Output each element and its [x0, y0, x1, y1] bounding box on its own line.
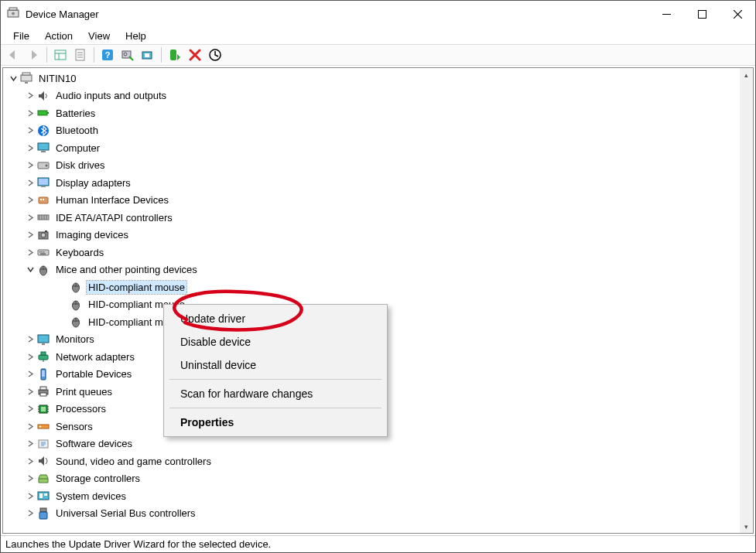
mouse-icon: [36, 264, 51, 276]
tree-device[interactable]: HID-compliant mouse: [3, 278, 740, 296]
maximize-button[interactable]: [684, 1, 720, 27]
context-disable-device[interactable]: Disable device: [166, 330, 385, 353]
uninstall-device-button[interactable]: [186, 46, 204, 64]
expand-icon[interactable]: [25, 405, 36, 412]
software-icon: [36, 438, 51, 450]
menu-help[interactable]: Help: [118, 29, 154, 43]
expand-icon[interactable]: [25, 388, 36, 395]
tree-category[interactable]: Disk drives: [3, 157, 740, 175]
window-controls: [648, 1, 755, 27]
tree-item-label: Portable Devices: [54, 367, 133, 381]
tree-item-label: Computer: [54, 142, 101, 155]
tree-category[interactable]: IDE ATA/ATAPI controllers: [3, 209, 740, 227]
expand-icon[interactable]: [25, 493, 36, 500]
context-properties[interactable]: Properties: [166, 411, 385, 434]
minimize-button[interactable]: [648, 1, 684, 27]
expand-icon[interactable]: [25, 145, 36, 152]
usb-icon: [36, 507, 51, 520]
context-scan-hardware[interactable]: Scan for hardware changes: [166, 382, 385, 405]
tree-item-label: Processors: [54, 402, 108, 415]
expand-icon[interactable]: [25, 353, 36, 360]
show-hide-console-button[interactable]: [51, 46, 70, 64]
expand-icon[interactable]: [25, 336, 36, 343]
tree-category[interactable]: Keyboards: [3, 244, 740, 261]
tree-category[interactable]: Mice and other pointing devices: [3, 261, 740, 279]
context-menu: Update driver Disable device Uninstall d…: [163, 304, 388, 437]
tree-category[interactable]: Bluetooth: [3, 122, 740, 140]
tree-category[interactable]: Audio inputs and outputs: [3, 87, 740, 105]
tree-category[interactable]: Computer: [3, 139, 740, 157]
scroll-up-arrow[interactable]: ▴: [740, 68, 753, 81]
expand-icon[interactable]: [25, 510, 36, 517]
expand-icon[interactable]: [25, 127, 36, 134]
svg-rect-4: [698, 10, 706, 18]
expand-icon[interactable]: [25, 440, 36, 447]
expand-icon[interactable]: [25, 92, 36, 99]
network-icon: [36, 350, 51, 363]
update-driver-button[interactable]: [139, 46, 157, 64]
sensor-icon: [36, 420, 51, 432]
tree-item-label: Sound, video and game controllers: [54, 455, 213, 468]
tree-category[interactable]: Imaging devices: [3, 227, 740, 244]
properties-button[interactable]: [71, 46, 90, 64]
pc-icon: [19, 72, 34, 84]
collapse-icon[interactable]: [25, 266, 36, 273]
ide-icon: [36, 211, 51, 224]
tree-category[interactable]: Batteries: [3, 104, 740, 122]
expand-icon[interactable]: [25, 423, 36, 430]
disable-device-button[interactable]: [206, 46, 224, 64]
expand-icon[interactable]: [25, 370, 36, 377]
tree-item-label: Storage controllers: [54, 472, 142, 485]
expand-icon[interactable]: [25, 179, 36, 186]
menu-action[interactable]: Action: [37, 29, 80, 43]
collapse-icon[interactable]: [8, 75, 19, 82]
tree-category[interactable]: Software devices: [3, 435, 740, 453]
title-bar: Device Manager: [1, 1, 755, 27]
back-button[interactable]: [4, 46, 22, 64]
tree-category[interactable]: System devices: [3, 487, 740, 505]
device-manager-window: Device Manager File Action View Help ? N…: [0, 0, 756, 553]
tree-item-label: NITIN10: [37, 72, 77, 85]
tree-item-label: Batteries: [54, 107, 97, 120]
sound-icon: [36, 455, 51, 467]
menu-file[interactable]: File: [5, 29, 37, 43]
expand-icon[interactable]: [25, 162, 36, 169]
tree-item-label: Sensors: [54, 420, 94, 433]
scan-hardware-button[interactable]: [118, 46, 137, 64]
expand-icon[interactable]: [25, 214, 36, 221]
toolbar: ?: [1, 44, 755, 66]
tree-category[interactable]: Sound, video and game controllers: [3, 452, 740, 470]
expand-icon[interactable]: [25, 196, 36, 203]
expand-icon[interactable]: [25, 475, 36, 482]
expand-icon[interactable]: [25, 110, 36, 117]
storage-icon: [36, 473, 51, 485]
tree-item-label: Disk drives: [54, 159, 107, 172]
svg-rect-7: [55, 50, 66, 60]
context-update-driver[interactable]: Update driver: [166, 307, 385, 330]
tree-root[interactable]: NITIN10: [3, 70, 740, 87]
tree-item-label: Universal Serial Bus controllers: [54, 507, 197, 520]
portable-icon: [36, 368, 51, 381]
tree-category[interactable]: Human Interface Devices: [3, 192, 740, 210]
expand-icon[interactable]: [25, 231, 36, 238]
tree-category[interactable]: Display adapters: [3, 174, 740, 192]
svg-rect-19: [145, 53, 149, 57]
vertical-scrollbar[interactable]: ▴ ▾: [740, 68, 753, 533]
enable-device-button[interactable]: [166, 46, 184, 64]
disk-icon: [36, 159, 51, 172]
scroll-down-arrow[interactable]: ▾: [740, 520, 753, 533]
system-icon: [36, 490, 51, 502]
expand-icon[interactable]: [25, 249, 36, 256]
forward-button[interactable]: [24, 46, 43, 64]
svg-rect-20: [170, 49, 176, 60]
context-uninstall-device[interactable]: Uninstall device: [166, 353, 385, 377]
device-tree[interactable]: NITIN10Audio inputs and outputsBatteries…: [3, 68, 740, 533]
expand-icon[interactable]: [25, 458, 36, 465]
battery-icon: [36, 107, 51, 119]
close-button[interactable]: [720, 1, 755, 27]
menu-view[interactable]: View: [80, 29, 118, 43]
tree-category[interactable]: Storage controllers: [3, 470, 740, 488]
tree-category[interactable]: Universal Serial Bus controllers: [3, 505, 740, 523]
svg-rect-1: [9, 8, 17, 10]
help-button[interactable]: ?: [98, 46, 117, 64]
